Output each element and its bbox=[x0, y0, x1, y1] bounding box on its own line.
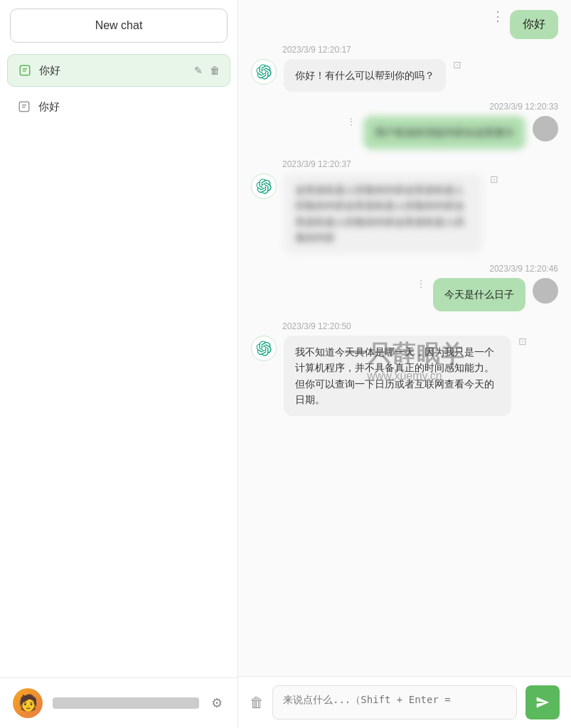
header-user-bubble: 你好 bbox=[510, 10, 558, 39]
chat-item-actions: ✎ 🗑 bbox=[194, 65, 220, 76]
chat-input-area: 🗑 bbox=[238, 676, 571, 728]
message-body: 你好！有什么可以帮到你的吗？ ⊡ bbox=[251, 59, 461, 92]
message-row: 2023/3/9 12:20:37 这里是机器人回复的内容这里是机器人回复的内容… bbox=[251, 159, 558, 255]
message-row: 2023/3/9 12:20:46 今天是什么日子 ⋮ bbox=[251, 264, 558, 311]
sidebar-footer: 🧑 ⚙ bbox=[0, 678, 238, 728]
username-bar bbox=[53, 697, 199, 709]
header-more-icon[interactable]: ⋮ bbox=[491, 10, 504, 23]
messages-list: 2023/3/9 12:20:17 你好！有什么可以帮到你的吗？ ⊡ 2023/… bbox=[238, 45, 571, 676]
bot-message-more-2[interactable]: ⊡ bbox=[490, 173, 498, 185]
sidebar: New chat 你好 ✎ 🗑 bbox=[0, 0, 238, 728]
message-body: 我不知道今天具体是哪一天，因为我只是一个计算机程序，并不具备真正的时间感知能力。… bbox=[251, 336, 527, 417]
chat-input[interactable] bbox=[272, 685, 517, 719]
messages-wrapper: 一只薛眠羊 www.xuemy.cn 2023/3/9 12:20:17 你好！… bbox=[238, 45, 571, 676]
message-row: 2023/3/9 12:20:17 你好！有什么可以帮到你的吗？ ⊡ bbox=[251, 45, 558, 92]
user-message-more-1[interactable]: ⋮ bbox=[346, 116, 356, 127]
chat-list: 你好 ✎ 🗑 你好 bbox=[0, 51, 238, 678]
settings-icon[interactable]: ⚙ bbox=[209, 695, 225, 711]
chat-item-icon bbox=[18, 63, 32, 77]
bot-bubble-3: 我不知道今天具体是哪一天，因为我只是一个计算机程序，并不具备真正的时间感知能力。… bbox=[284, 336, 511, 417]
bot-message-more-1[interactable]: ⊡ bbox=[453, 59, 461, 70]
new-chat-button[interactable]: New chat bbox=[10, 9, 228, 43]
delete-icon[interactable]: 🗑 bbox=[210, 65, 220, 76]
user-bubble-2: 今天是什么日子 bbox=[433, 278, 525, 311]
message-body: 这里是机器人回复的内容这里是机器人回复的内容这里是机器人回复的内容这里是机器人回… bbox=[251, 173, 498, 255]
message-timestamp: 2023/3/9 12:20:33 bbox=[489, 102, 558, 112]
message-timestamp: 2023/3/9 12:20:37 bbox=[282, 159, 351, 169]
bot-avatar bbox=[251, 59, 277, 85]
chat-item-icon-2 bbox=[17, 100, 31, 114]
bot-avatar-3 bbox=[251, 336, 277, 361]
bot-avatar-2 bbox=[251, 173, 277, 199]
user-message-more-2[interactable]: ⋮ bbox=[416, 278, 426, 289]
input-trash-icon[interactable]: 🗑 bbox=[250, 695, 264, 711]
chat-item-active[interactable]: 你好 ✎ 🗑 bbox=[7, 54, 230, 87]
user-avatar-1 bbox=[533, 116, 558, 141]
message-body: 用户发送的消息内容在这里显示 ⋮ bbox=[346, 116, 558, 149]
message-row: 2023/3/9 12:20:33 用户发送的消息内容在这里显示 ⋮ bbox=[251, 102, 558, 149]
message-body: 今天是什么日子 ⋮ bbox=[416, 278, 558, 311]
bot-bubble-2: 这里是机器人回复的内容这里是机器人回复的内容这里是机器人回复的内容这里是机器人回… bbox=[284, 173, 483, 255]
avatar: 🧑 bbox=[13, 688, 43, 718]
chat-main: ⋮ 你好 一只薛眠羊 www.xuemy.cn 2023/3/9 12:20:1… bbox=[238, 0, 571, 728]
message-timestamp: 2023/3/9 12:20:46 bbox=[489, 264, 558, 274]
chat-item-inactive[interactable]: 你好 bbox=[7, 91, 230, 122]
bot-message-more-3[interactable]: ⊡ bbox=[518, 336, 527, 347]
chat-item-title-2: 你好 bbox=[38, 100, 220, 114]
send-button[interactable] bbox=[525, 685, 560, 719]
message-timestamp: 2023/3/9 12:20:17 bbox=[282, 45, 351, 55]
edit-icon[interactable]: ✎ bbox=[194, 65, 203, 76]
user-avatar-2 bbox=[533, 278, 558, 304]
chat-item-title-1: 你好 bbox=[39, 64, 194, 77]
message-timestamp: 2023/3/9 12:20:50 bbox=[282, 321, 351, 331]
bot-bubble-1: 你好！有什么可以帮到你的吗？ bbox=[284, 59, 446, 92]
message-row: 2023/3/9 12:20:50 我不知道今天具体是哪一天，因为我只是一个计算… bbox=[251, 321, 558, 417]
user-bubble-1: 用户发送的消息内容在这里显示 bbox=[363, 116, 525, 149]
chat-header-area: ⋮ 你好 bbox=[238, 0, 571, 45]
